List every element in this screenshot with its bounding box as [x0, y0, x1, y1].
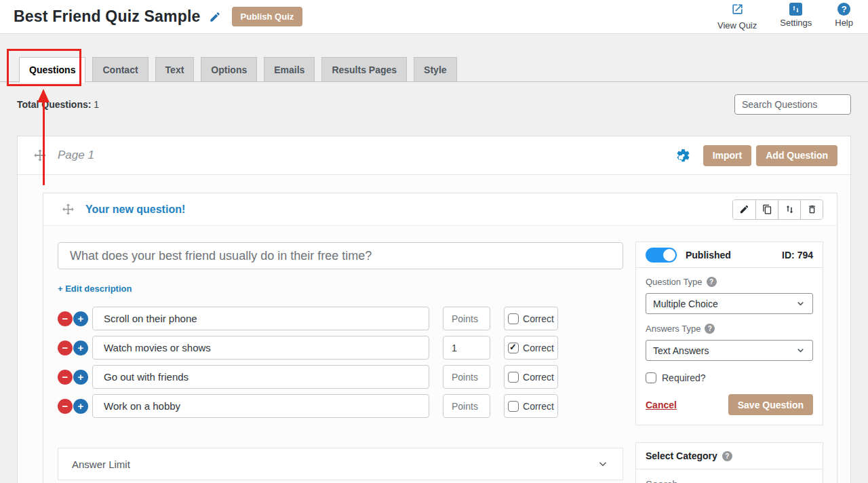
correct-checkbox-group[interactable]: Correct [504, 307, 558, 330]
question-settings-card: Published ID: 794 Question Type ? Multip… [635, 242, 823, 425]
page-header: Page 1 Import Add Question [18, 136, 850, 175]
answer-text-input[interactable] [92, 394, 429, 418]
reorder-question-arrows-icon[interactable] [778, 200, 800, 219]
top-header: Best Friend Quiz Sample Publish Quiz Vie… [0, 0, 868, 34]
question-settings-footer: Cancel Save Question [646, 394, 813, 415]
published-toggle[interactable] [646, 248, 677, 263]
chevron-down-icon [597, 458, 609, 470]
required-checkbox[interactable] [646, 372, 656, 383]
category-search-input[interactable] [636, 469, 823, 483]
question-drag-handle-icon[interactable] [61, 202, 75, 216]
answers-type-help-icon[interactable]: ? [705, 324, 715, 334]
published-row: Published ID: 794 [636, 242, 823, 268]
question-body: + Edit description − + Correct [43, 226, 837, 483]
tab-style[interactable]: Style [414, 57, 456, 82]
answer-text-input[interactable] [92, 336, 429, 360]
total-questions-label: Total Questions: [17, 99, 91, 110]
answers-type-select[interactable]: Text Answers [646, 340, 813, 361]
required-label: Required? [662, 372, 706, 383]
question-type-label-row: Question Type ? [646, 277, 813, 287]
annotation-arrow-line [43, 101, 45, 185]
correct-checkbox[interactable] [508, 401, 519, 412]
correct-checkbox[interactable] [508, 343, 519, 353]
tab-emails[interactable]: Emails [264, 57, 315, 82]
tab-options[interactable]: Options [201, 57, 257, 82]
page-card: Page 1 Import Add Question Your new ques… [17, 136, 851, 483]
question-type-select[interactable]: Multiple Choice [646, 293, 813, 314]
tab-text[interactable]: Text [155, 57, 195, 82]
correct-checkbox-group[interactable]: Correct [504, 336, 558, 360]
answers-type-value: Text Answers [653, 345, 709, 356]
tab-results-pages[interactable]: Results Pages [321, 57, 407, 82]
view-quiz-label: View Quiz [717, 20, 757, 31]
edit-description-link[interactable]: + Edit description [58, 284, 132, 294]
answer-text-input[interactable] [92, 365, 429, 389]
remove-answer-button[interactable]: − [58, 370, 73, 385]
question-mark-icon: ? [837, 3, 850, 16]
question-settings-body: Question Type ? Multiple Choice Answer [636, 268, 823, 425]
save-question-button[interactable]: Save Question [728, 394, 813, 415]
remove-answer-button[interactable]: − [58, 341, 73, 355]
published-label: Published [686, 250, 731, 260]
page-title-label: Page 1 [58, 149, 94, 162]
tab-contact[interactable]: Contact [92, 57, 148, 82]
answer-limit-label: Answer Limit [72, 459, 130, 470]
settings-button[interactable]: Settings [780, 3, 812, 28]
correct-checkbox-group[interactable]: Correct [504, 365, 558, 389]
answers-type-label: Answers Type [646, 324, 701, 334]
select-category-help-icon[interactable]: ? [722, 451, 732, 461]
question-title-link[interactable]: Your new question! [85, 204, 185, 216]
points-input[interactable] [443, 307, 490, 330]
cancel-link[interactable]: Cancel [646, 400, 677, 410]
remove-answer-button[interactable]: − [58, 399, 73, 414]
select-category-card: Select Category ? [635, 442, 823, 483]
chevron-down-icon [795, 298, 806, 309]
correct-label: Correct [523, 343, 554, 353]
add-answer-button[interactable]: + [73, 399, 88, 414]
correct-checkbox[interactable] [508, 372, 519, 383]
correct-checkbox[interactable] [508, 313, 519, 324]
view-quiz-button[interactable]: View Quiz [717, 3, 757, 31]
delete-question-trash-icon[interactable] [800, 200, 823, 219]
sliders-icon [789, 3, 802, 16]
question-type-help-icon[interactable]: ? [707, 277, 717, 287]
correct-label: Correct [523, 313, 554, 324]
annotation-highlight-box [7, 49, 81, 86]
help-button[interactable]: ? Help [835, 3, 853, 28]
question-actions [732, 199, 823, 220]
page-drag-handle-icon[interactable] [33, 148, 47, 163]
search-questions-input[interactable] [734, 94, 851, 115]
question-editor-column: + Edit description − + Correct [43, 226, 635, 480]
add-answer-button[interactable]: + [73, 341, 88, 355]
publish-quiz-button[interactable]: Publish Quiz [232, 7, 303, 26]
remove-answer-button[interactable]: − [58, 311, 73, 326]
answer-limit-accordion[interactable]: Answer Limit [58, 448, 623, 480]
correct-label: Correct [523, 401, 554, 412]
question-settings-sidebar: Published ID: 794 Question Type ? Multip… [635, 242, 823, 483]
answers-type-label-row: Answers Type ? [646, 324, 813, 334]
required-checkbox-row[interactable]: Required? [646, 372, 813, 383]
add-answer-button[interactable]: + [73, 311, 88, 326]
correct-checkbox-group[interactable]: Correct [504, 394, 558, 418]
correct-label: Correct [523, 372, 554, 383]
tab-bar: Questions Contact Text Options Emails Re… [19, 57, 457, 83]
annotation-arrowhead [37, 89, 50, 102]
page-title: Best Friend Quiz Sample [14, 7, 201, 26]
points-input[interactable] [443, 365, 490, 389]
edit-title-pencil-icon[interactable] [209, 11, 221, 23]
question-text-input[interactable] [58, 242, 623, 269]
answer-row: − + Correct [58, 307, 635, 330]
add-question-button[interactable]: Add Question [756, 145, 837, 166]
import-button[interactable]: Import [703, 145, 752, 166]
points-input[interactable] [443, 336, 490, 360]
edit-question-pencil-icon[interactable] [733, 200, 755, 219]
duplicate-question-copy-icon[interactable] [755, 200, 778, 219]
total-questions-text: Total Questions: 1 [17, 99, 99, 110]
answer-row: − + Correct [58, 394, 635, 418]
answer-text-input[interactable] [92, 307, 429, 330]
points-input[interactable] [443, 394, 490, 418]
quiz-editor-screen: Best Friend Quiz Sample Publish Quiz Vie… [0, 0, 868, 483]
question-type-value: Multiple Choice [653, 298, 718, 309]
add-answer-button[interactable]: + [73, 370, 88, 385]
page-settings-gear-icon[interactable] [675, 148, 691, 163]
